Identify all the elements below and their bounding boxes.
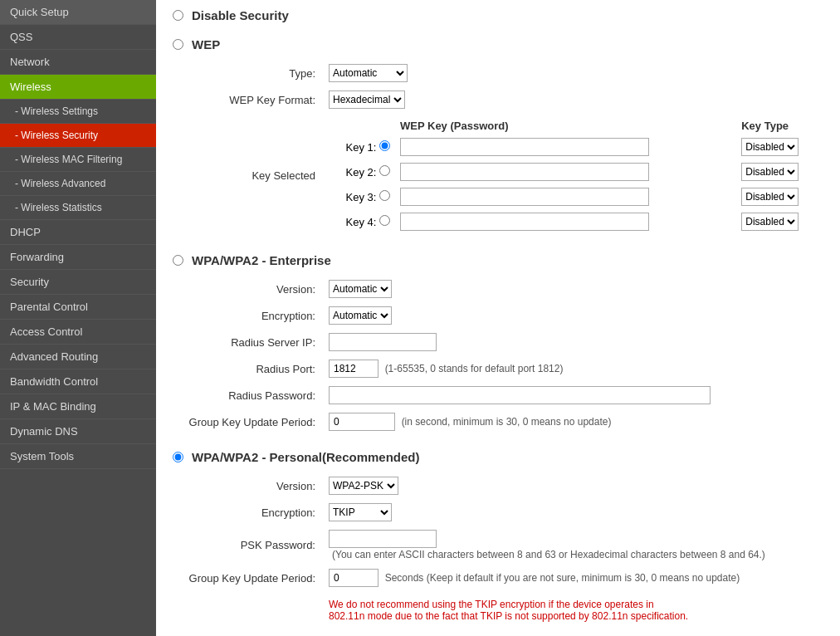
sidebar-item-dhcp[interactable]: DHCP — [0, 220, 156, 245]
wep-key-3-row: Key 3: Disabled64-bit128-bit152-bit — [337, 184, 825, 209]
disable-security-title: Disable Security — [192, 8, 289, 22]
wep-key3-input[interactable] — [400, 188, 649, 206]
sidebar-item-forwarding[interactable]: Forwarding — [0, 245, 156, 270]
tkip-warning: We do not recommend using the TKIP encry… — [329, 599, 817, 622]
wep-key4-type-select[interactable]: Disabled64-bit128-bit152-bit — [741, 213, 798, 231]
wep-key-1-row: Key 1: Disabled64-bit128-bit152-bit — [337, 135, 825, 159]
wep-key-format-label: WEP Key Format: — [173, 86, 322, 113]
sidebar-item-access-control[interactable]: Access Control — [0, 320, 156, 345]
wep-key4-input[interactable] — [400, 213, 649, 231]
sidebar-item-advanced-routing[interactable]: Advanced Routing — [0, 345, 156, 369]
personal-version-select[interactable]: AutomaticWPA-PSKWPA2-PSK — [329, 477, 398, 495]
disable-security-section: Disable Security — [173, 8, 823, 22]
sidebar-item-parental-control[interactable]: Parental Control — [0, 295, 156, 320]
radius-ip-label: Radius Server IP: — [173, 329, 322, 355]
ent-group-key-note: (in second, minimum is 30, 0 means no up… — [402, 416, 612, 428]
disable-security-radio[interactable] — [173, 10, 183, 21]
wep-key1-radio[interactable] — [379, 140, 390, 151]
sidebar: Quick Setup QSS Network Wireless - Wirel… — [0, 0, 156, 636]
wpa-personal-radio[interactable] — [173, 452, 183, 462]
radius-port-note: (1-65535, 0 stands for default port 1812… — [385, 363, 564, 374]
psk-password-label: PSK Password: — [173, 526, 322, 565]
ent-group-key-input[interactable] — [329, 413, 395, 431]
personal-encryption-select[interactable]: AutomaticTKIPAES — [329, 503, 392, 521]
wep-keys-table: WEP Key (Password) Key Type Key 1: Disab… — [337, 117, 825, 234]
sidebar-item-wireless-security[interactable]: - Wireless Security — [0, 124, 156, 148]
wep-key-type-header: Key Type — [736, 117, 825, 135]
sidebar-item-quick-setup[interactable]: Quick Setup — [0, 0, 156, 25]
wep-key1-input[interactable] — [400, 138, 649, 156]
ent-encryption-select[interactable]: AutomaticTKIPAES — [329, 306, 392, 325]
wep-key3-radio[interactable] — [379, 190, 390, 201]
radius-password-label: Radius Password: — [173, 382, 322, 409]
sidebar-item-ip-mac[interactable]: IP & MAC Binding — [0, 394, 156, 419]
wpa-personal-form: Version: AutomaticWPA-PSKWPA2-PSK Encryp… — [173, 472, 823, 626]
personal-version-label: Version: — [173, 472, 322, 499]
wep-section: WEP Type: Automatic Open System Shared K… — [173, 37, 823, 238]
wpa-enterprise-section: WPA/WPA2 - Enterprise Version: Automatic… — [173, 253, 823, 435]
wep-key3-type-select[interactable]: Disabled64-bit128-bit152-bit — [741, 188, 798, 206]
wpa-enterprise-title: WPA/WPA2 - Enterprise — [192, 253, 331, 267]
sidebar-item-wireless-mac[interactable]: - Wireless MAC Filtering — [0, 148, 156, 172]
wep-key4-label: Key 4: — [346, 216, 377, 228]
personal-group-key-label: Group Key Update Period: — [173, 565, 322, 591]
wep-key-format-select[interactable]: Hexadecimal ASCII — [329, 91, 405, 109]
ent-version-label: Version: — [173, 276, 322, 302]
wpa-enterprise-form: Version: AutomaticWPAWPA2 Encryption: Au… — [173, 276, 823, 435]
ent-version-select[interactable]: AutomaticWPAWPA2 — [329, 280, 392, 298]
wep-key2-radio[interactable] — [379, 165, 390, 176]
sidebar-item-bandwidth-control[interactable]: Bandwidth Control — [0, 369, 156, 394]
sidebar-item-network[interactable]: Network — [0, 50, 156, 75]
sidebar-item-wireless-stats[interactable]: - Wireless Statistics — [0, 196, 156, 220]
wep-key-2-row: Key 2: Disabled64-bit128-bit152-bit — [337, 159, 825, 184]
wep-type-label: Type: — [173, 60, 322, 86]
wep-key-password-header: WEP Key (Password) — [395, 117, 736, 135]
radius-password-input[interactable] — [329, 386, 711, 404]
psk-note: (You can enter ASCII characters between … — [332, 549, 765, 560]
main-content: Disable Security WEP Type: Automatic Ope… — [156, 0, 840, 636]
personal-group-key-note: Seconds (Keep it default if you are not … — [385, 572, 740, 584]
radius-ip-input[interactable] — [329, 333, 437, 351]
psk-password-input[interactable] — [329, 530, 437, 548]
sidebar-item-wireless[interactable]: Wireless — [0, 75, 156, 100]
wep-title: WEP — [192, 37, 220, 51]
wep-form-table: Type: Automatic Open System Shared Key W… — [173, 60, 823, 238]
radius-port-label: Radius Port: — [173, 355, 322, 382]
wep-key-4-row: Key 4: Disabled64-bit128-bit152-bit — [337, 209, 825, 234]
wep-key2-input[interactable] — [400, 163, 649, 181]
wep-radio[interactable] — [173, 39, 183, 50]
wep-key2-label: Key 2: — [346, 166, 377, 179]
sidebar-item-wireless-settings[interactable]: - Wireless Settings — [0, 100, 156, 124]
wep-key3-label: Key 3: — [346, 191, 377, 203]
personal-group-key-input[interactable] — [329, 569, 378, 587]
wep-type-select[interactable]: Automatic Open System Shared Key — [329, 64, 408, 82]
wep-key-selected-header: Key Selected — [173, 113, 322, 238]
ent-group-key-label: Group Key Update Period: — [173, 409, 322, 435]
wep-key1-type-select[interactable]: Disabled64-bit128-bit152-bit — [741, 138, 798, 156]
wpa-personal-title: WPA/WPA2 - Personal(Recommended) — [192, 450, 419, 464]
wep-key1-label: Key 1: — [346, 141, 377, 154]
sidebar-item-security[interactable]: Security — [0, 270, 156, 295]
sidebar-item-wireless-advanced[interactable]: - Wireless Advanced — [0, 172, 156, 196]
wpa-personal-section: WPA/WPA2 - Personal(Recommended) Version… — [173, 450, 823, 626]
wep-key2-type-select[interactable]: Disabled64-bit128-bit152-bit — [741, 163, 798, 181]
wep-key4-radio[interactable] — [379, 215, 390, 226]
personal-encryption-label: Encryption: — [173, 499, 322, 526]
wpa-enterprise-radio[interactable] — [173, 255, 183, 266]
sidebar-item-qss[interactable]: QSS — [0, 25, 156, 50]
sidebar-item-dynamic-dns[interactable]: Dynamic DNS — [0, 419, 156, 444]
sidebar-item-system-tools[interactable]: System Tools — [0, 444, 156, 469]
radius-port-input[interactable] — [329, 360, 378, 378]
ent-encryption-label: Encryption: — [173, 302, 322, 329]
